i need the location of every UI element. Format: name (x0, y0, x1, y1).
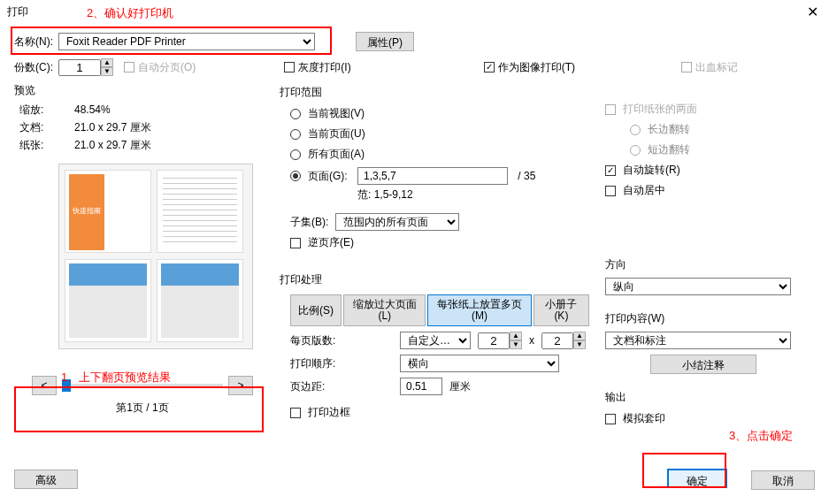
all-pages-radio[interactable] (290, 149, 301, 160)
close-icon[interactable]: ✕ (803, 4, 822, 20)
margin-label: 页边距: (290, 379, 343, 394)
current-page-radio[interactable] (290, 129, 301, 140)
duplex-checkbox (605, 104, 616, 115)
pages-label: 页面(G): (308, 169, 348, 184)
print-content-select[interactable]: 文档和标注 (605, 332, 791, 349)
preview-thumbnails (58, 164, 253, 349)
border-label: 打印边框 (308, 405, 350, 420)
next-page-button[interactable]: > (228, 376, 253, 395)
short-edge-radio (630, 145, 641, 156)
pages-radio[interactable] (290, 171, 301, 181)
rows-down[interactable]: ▼ (573, 340, 586, 349)
annotation-3: 3、点击确定 (729, 428, 793, 444)
paper-value: 21.0 x 29.7 厘米 (74, 137, 151, 153)
auto-center-label: 自动居中 (623, 183, 665, 198)
simulate-checkbox[interactable] (605, 414, 616, 424)
long-edge-label: 长边翻转 (648, 122, 690, 137)
orientation-header: 方向 (605, 257, 802, 272)
zoom-label: 缩放: (19, 102, 73, 118)
cols-input[interactable] (478, 332, 510, 349)
print-content-header: 打印内容(W) (605, 311, 802, 326)
rows-input[interactable] (541, 332, 573, 349)
pps-select[interactable]: 自定义… (400, 332, 471, 349)
border-checkbox[interactable] (290, 408, 301, 418)
copies-input[interactable] (58, 59, 101, 76)
thumb-2 (157, 170, 243, 253)
tab-large[interactable]: 缩放过大页面(L) (343, 294, 426, 326)
cols-down[interactable]: ▼ (510, 340, 522, 349)
pages-example: 范: 1,5-9,12 (280, 187, 589, 202)
preview-header: 预览 (14, 80, 271, 100)
all-pages-label: 所有页面(A) (308, 147, 365, 162)
bleed-label: 出血标记 (695, 60, 738, 75)
paper-label: 纸张: (19, 137, 73, 153)
thumb-4 (157, 259, 243, 342)
doc-label: 文档: (19, 119, 73, 135)
prev-page-button[interactable]: < (32, 376, 57, 395)
orientation-select[interactable]: 纵向 (605, 278, 791, 295)
tab-booklet[interactable]: 小册子(K) (533, 294, 589, 326)
range-header: 打印范围 (280, 80, 589, 103)
annotation-2: 2、确认好打印机 (87, 5, 173, 21)
pages-input[interactable] (357, 167, 508, 185)
page-counter: 第1页 / 1页 (14, 395, 271, 421)
order-label: 打印顺序: (290, 356, 343, 371)
thumb-1 (65, 170, 151, 253)
reverse-checkbox[interactable] (290, 238, 301, 248)
cancel-button[interactable]: 取消 (751, 470, 815, 490)
copies-label: 份数(C): (14, 60, 53, 75)
thumb-3 (65, 259, 151, 342)
subset-label: 子集(B): (290, 215, 328, 230)
printer-select[interactable]: Foxit Reader PDF Printer (58, 33, 315, 50)
simulate-label: 模拟套印 (623, 411, 665, 426)
auto-center-checkbox[interactable] (605, 186, 616, 196)
short-edge-label: 短边翻转 (648, 142, 690, 157)
copies-up[interactable]: ▲ (101, 58, 113, 67)
duplex-label: 打印纸张的两面 (623, 102, 697, 117)
pps-label: 每页版数: (290, 333, 343, 348)
tab-multi[interactable]: 每张纸上放置多页(M) (427, 294, 531, 326)
bleed-checkbox (681, 62, 692, 73)
properties-button[interactable]: 属性(P) (356, 32, 414, 51)
grayscale-checkbox[interactable] (284, 62, 295, 73)
order-select[interactable]: 横向 (400, 355, 559, 372)
printer-name-label: 名称(N): (14, 34, 53, 50)
cols-up[interactable]: ▲ (510, 332, 522, 340)
long-edge-radio (630, 125, 641, 135)
as-image-checkbox[interactable] (484, 62, 495, 73)
margin-unit: 厘米 (449, 379, 471, 394)
copies-down[interactable]: ▼ (101, 67, 113, 76)
pages-total: / 35 (518, 170, 535, 182)
current-view-radio[interactable] (290, 109, 301, 119)
tab-scale[interactable]: 比例(S) (290, 294, 342, 326)
collate-label: 自动分页(O) (138, 60, 196, 75)
advanced-button[interactable]: 高级 (14, 470, 78, 489)
current-page-label: 当前页面(U) (308, 126, 365, 141)
by-label: x (529, 334, 534, 347)
collate-checkbox (124, 62, 134, 73)
margin-input[interactable] (400, 378, 442, 395)
subset-select[interactable]: 范围内的所有页面 (335, 213, 459, 231)
handling-header: 打印处理 (280, 267, 589, 291)
current-view-label: 当前视图(V) (308, 106, 365, 121)
grayscale-label: 灰度打印(I) (298, 60, 350, 75)
ok-button[interactable]: 确定 (667, 469, 727, 488)
zoom-value: 48.54% (74, 102, 151, 118)
dialog-title: 打印 (7, 4, 28, 19)
rows-up[interactable]: ▲ (573, 332, 586, 340)
annotation-1: 1、上下翻页预览结果 (61, 370, 171, 386)
output-header: 输出 (605, 390, 802, 405)
auto-rotate-label: 自动旋转(R) (623, 163, 680, 178)
reverse-label: 逆页序(E) (308, 235, 354, 250)
doc-value: 21.0 x 29.7 厘米 (74, 119, 151, 135)
summarize-button[interactable]: 小结注释 (650, 355, 756, 374)
as-image-label: 作为图像打印(T) (498, 60, 575, 75)
auto-rotate-checkbox[interactable] (605, 165, 616, 176)
